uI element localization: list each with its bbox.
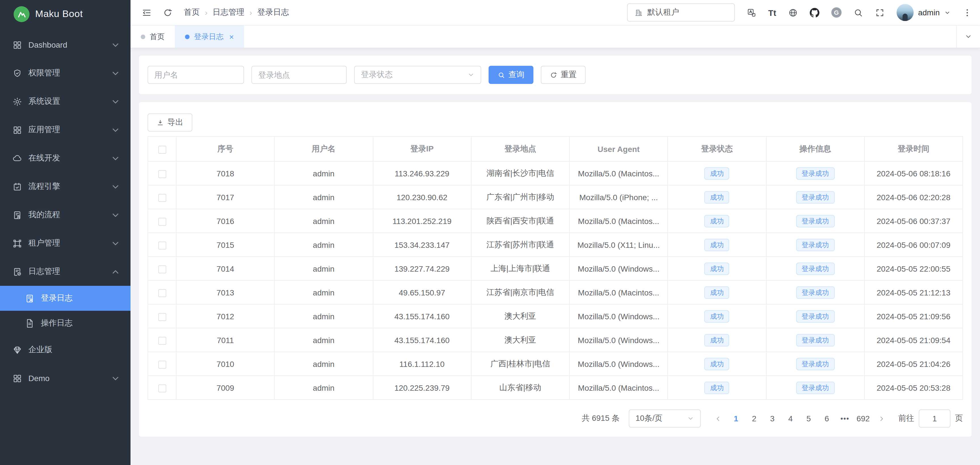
- row-user-agent: Mozilla/5.0 (Macintos...: [570, 281, 668, 304]
- fullscreen-icon[interactable]: [875, 8, 885, 17]
- row-id: 7014: [176, 257, 275, 281]
- menu-fold-icon[interactable]: [142, 8, 151, 17]
- row-user-agent: Mozilla/5.0 (Macintos...: [570, 209, 668, 233]
- page-number-3[interactable]: 3: [763, 409, 781, 428]
- sidebar-item-日志管理[interactable]: 日志管理: [0, 257, 130, 286]
- sidebar-item-Demo[interactable]: Demo: [0, 364, 130, 392]
- select-all-checkbox[interactable]: [158, 146, 166, 153]
- row-message-cell: 登录成功: [766, 304, 864, 328]
- row-location: 广东省|广州市|移动: [471, 185, 570, 209]
- page-number-5[interactable]: 5: [800, 409, 818, 428]
- row-location: 澳大利亚: [471, 304, 570, 328]
- page-size-select[interactable]: 10条/页: [629, 409, 701, 428]
- table-row: 7015admin153.34.233.147江苏省|苏州市|联通Mozilla…: [148, 233, 963, 257]
- tab-登录日志[interactable]: 登录日志×: [175, 25, 244, 48]
- row-id: 7017: [176, 185, 275, 209]
- tabs: 首页登录日志×: [130, 25, 244, 48]
- breadcrumb-item[interactable]: 首页: [184, 7, 200, 17]
- column-header-登录IP: 登录IP: [373, 136, 471, 161]
- query-button[interactable]: 查询: [488, 66, 533, 84]
- row-id: 7011: [176, 328, 275, 352]
- breadcrumb-item[interactable]: 日志管理: [213, 7, 244, 17]
- sidebar-item-label: 企业版: [29, 345, 120, 355]
- topbar: 首页 › 日志管理 › 登录日志 默认租户: [130, 0, 980, 25]
- refresh-icon[interactable]: [163, 8, 172, 17]
- pager: 123456•••692: [709, 409, 890, 428]
- tabs-dropdown-icon[interactable]: [956, 25, 980, 48]
- sidebar-item-label: Demo: [29, 374, 104, 383]
- status-badge: 成功: [705, 191, 729, 203]
- frame-icon: [13, 238, 22, 248]
- message-badge: 登录成功: [796, 334, 834, 346]
- message-badge: 登录成功: [796, 286, 834, 298]
- status-select[interactable]: 登录状态: [354, 66, 481, 84]
- sidebar-item-应用管理[interactable]: 应用管理: [0, 116, 130, 144]
- row-time: 2024-05-05 21:04:26: [864, 352, 963, 376]
- sidebar-item-租户管理[interactable]: 租户管理: [0, 229, 130, 257]
- row-message-cell: 登录成功: [766, 161, 864, 185]
- tenant-select[interactable]: 默认租户: [627, 3, 735, 22]
- export-button[interactable]: 导出: [148, 113, 192, 132]
- user-menu[interactable]: admin: [897, 4, 950, 21]
- next-page-icon[interactable]: [872, 409, 890, 428]
- github-icon[interactable]: [810, 8, 819, 17]
- row-time: 2024-05-05 21:09:56: [864, 304, 963, 328]
- close-icon[interactable]: ×: [229, 33, 234, 41]
- sidebar-item-Dashboard[interactable]: Dashboard: [0, 31, 130, 59]
- tabs-bar: 首页登录日志×: [130, 25, 980, 48]
- page-number-692[interactable]: 692: [854, 409, 872, 428]
- row-location: 陕西省|西安市|联通: [471, 209, 570, 233]
- row-checkbox[interactable]: [158, 170, 166, 178]
- row-checkbox[interactable]: [158, 241, 166, 249]
- sidebar-item-在线开发[interactable]: 在线开发: [0, 144, 130, 172]
- status-badge: 成功: [705, 215, 729, 227]
- goto-page-input[interactable]: [919, 409, 950, 428]
- row-time: 2024-05-05 21:09:54: [864, 328, 963, 352]
- sidebar-item-我的流程[interactable]: 我的流程: [0, 201, 130, 229]
- grid-icon: [13, 373, 22, 383]
- sidebar-subitem-登录日志[interactable]: 登录日志: [0, 286, 130, 311]
- row-time: 2024-05-06 00:37:37: [864, 209, 963, 233]
- sidebar-subitem-label: 登录日志: [41, 293, 120, 303]
- search-icon[interactable]: [853, 8, 863, 17]
- translate-icon[interactable]: [746, 8, 756, 17]
- row-location: 江苏省|南京市|电信: [471, 281, 570, 304]
- font-size-icon[interactable]: Tt: [768, 8, 776, 17]
- table-toolbar: 导出: [148, 113, 963, 132]
- row-select-cell: [148, 185, 176, 209]
- sidebar-item-系统设置[interactable]: 系统设置: [0, 87, 130, 116]
- row-checkbox[interactable]: [158, 289, 166, 297]
- query-button-label: 查询: [508, 70, 524, 80]
- row-checkbox[interactable]: [158, 360, 166, 368]
- row-checkbox[interactable]: [158, 384, 166, 392]
- grid-icon: [13, 40, 22, 50]
- username-input[interactable]: [148, 66, 244, 84]
- tab-首页[interactable]: 首页: [130, 25, 175, 48]
- sidebar-item-企业版[interactable]: 企业版: [0, 336, 130, 364]
- more-vertical-icon[interactable]: [963, 8, 972, 17]
- page-number-6[interactable]: 6: [818, 409, 836, 428]
- chevron-down-icon: [944, 10, 950, 16]
- breadcrumb-item[interactable]: 登录日志: [257, 7, 289, 17]
- calendar-check-icon: [13, 182, 22, 191]
- row-checkbox[interactable]: [158, 217, 166, 225]
- page-number-1[interactable]: 1: [727, 409, 745, 428]
- pager-more-icon[interactable]: •••: [836, 409, 854, 428]
- reset-button[interactable]: 重置: [541, 66, 585, 84]
- sidebar-item-权限管理[interactable]: 权限管理: [0, 59, 130, 87]
- row-checkbox[interactable]: [158, 194, 166, 202]
- gitee-icon[interactable]: G: [831, 7, 842, 17]
- row-checkbox[interactable]: [158, 265, 166, 273]
- sidebar-item-流程引擎[interactable]: 流程引擎: [0, 172, 130, 201]
- globe-icon[interactable]: [788, 8, 798, 17]
- app-logo[interactable]: Maku Boot: [0, 0, 130, 29]
- prev-page-icon[interactable]: [709, 409, 727, 428]
- location-input[interactable]: [251, 66, 347, 84]
- row-checkbox[interactable]: [158, 313, 166, 321]
- row-checkbox[interactable]: [158, 336, 166, 344]
- row-username: admin: [275, 257, 373, 281]
- page-number-2[interactable]: 2: [745, 409, 763, 428]
- tab-dot-icon: [185, 34, 189, 39]
- sidebar-subitem-操作日志[interactable]: 操作日志: [0, 311, 130, 336]
- page-number-4[interactable]: 4: [781, 409, 800, 428]
